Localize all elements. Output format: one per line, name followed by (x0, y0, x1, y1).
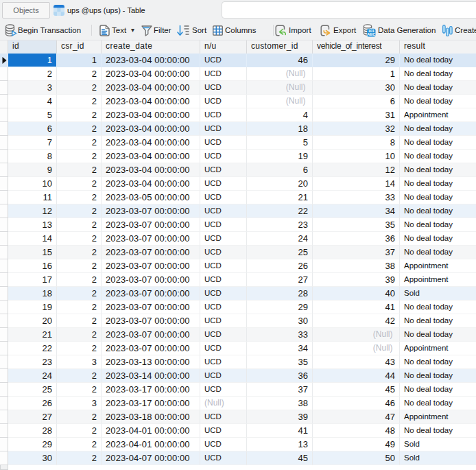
svg-text:ABC: ABC (367, 32, 375, 36)
